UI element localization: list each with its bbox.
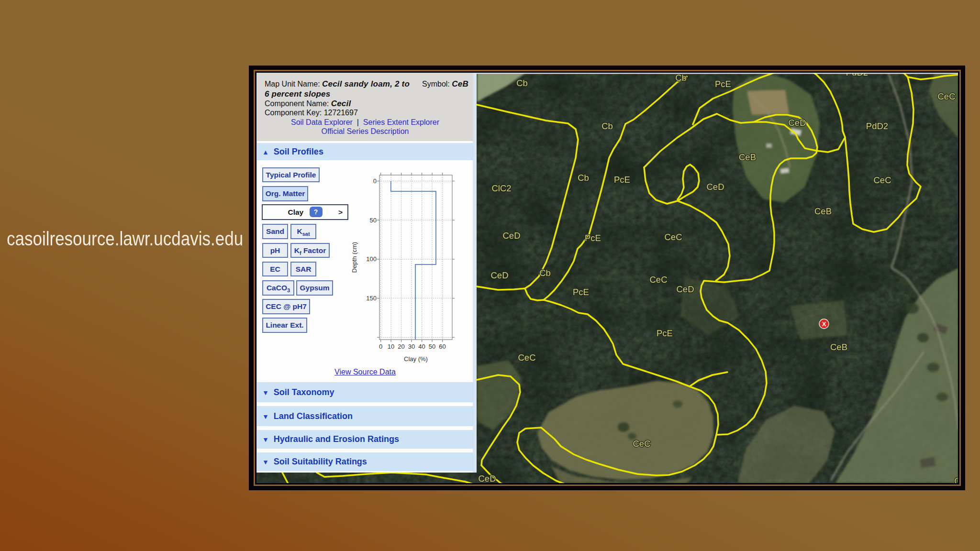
svg-text:60: 60 (439, 343, 445, 350)
svg-text:CeC: CeC (873, 175, 891, 185)
svg-text:PcE: PcE (657, 328, 673, 338)
svg-text:CeD: CeD (502, 231, 520, 241)
svg-text:PdD2: PdD2 (866, 121, 888, 131)
svg-text:Cb: Cb (516, 78, 528, 88)
svg-text:PcE: PcE (614, 175, 630, 185)
svg-text:CeD: CeD (490, 270, 508, 280)
svg-text:Clay (%): Clay (%) (404, 355, 428, 363)
svg-text:40: 40 (418, 343, 425, 350)
svg-text:PcE: PcE (585, 233, 601, 243)
svg-text:30: 30 (408, 343, 415, 350)
svg-text:150: 150 (366, 295, 377, 302)
svg-text:Cb: Cb (675, 73, 687, 83)
svg-text:10: 10 (388, 343, 394, 350)
svg-text:ClC2: ClC2 (491, 183, 511, 193)
svg-text:100: 100 (366, 255, 377, 263)
svg-text:CeC: CeC (518, 353, 535, 363)
svg-text:Depth (cm): Depth (cm) (351, 242, 358, 273)
svg-text:Cb: Cb (539, 268, 551, 278)
svg-text:X: X (822, 320, 826, 328)
svg-text:Cb: Cb (601, 121, 613, 131)
svg-text:50: 50 (370, 217, 377, 224)
svg-text:CeB: CeB (830, 342, 847, 352)
svg-text:CeD: CeD (706, 182, 724, 192)
svg-text:CeB: CeB (739, 152, 756, 162)
svg-text:CeC: CeC (937, 91, 955, 101)
svg-text:CeC: CeC (633, 439, 650, 449)
svg-text:PcE: PcE (715, 79, 731, 89)
svg-text:50: 50 (429, 343, 435, 350)
svg-text:CeD: CeD (788, 118, 806, 128)
svg-text:CeC: CeC (664, 232, 682, 242)
svg-text:20: 20 (398, 343, 404, 350)
svg-text:PcE: PcE (573, 287, 589, 297)
svg-text:0: 0 (379, 343, 382, 350)
svg-text:C: C (954, 476, 958, 483)
svg-text:Cb: Cb (578, 173, 589, 183)
svg-text:0: 0 (373, 177, 377, 185)
svg-text:CeD: CeD (478, 474, 496, 483)
svg-text:CeC: CeC (649, 275, 667, 285)
svg-text:CeB: CeB (814, 206, 832, 216)
svg-text:CeD: CeD (676, 284, 694, 294)
